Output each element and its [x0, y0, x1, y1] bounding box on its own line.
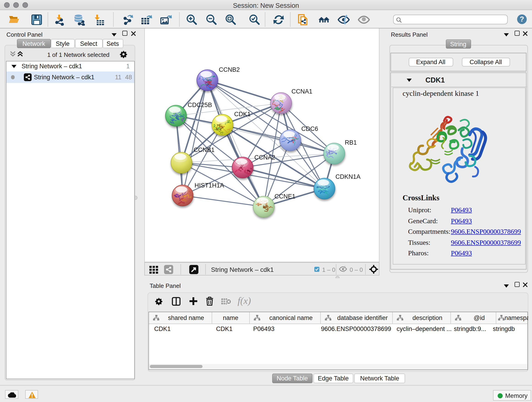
- svg-text:RB1: RB1: [345, 139, 357, 146]
- svg-text:CDKN1A: CDKN1A: [336, 173, 361, 180]
- svg-text:?: ?: [520, 15, 524, 23]
- svg-text:CCNA1: CCNA1: [291, 88, 312, 95]
- svg-text:CDC25B: CDC25B: [188, 102, 212, 108]
- svg-text:HIST1H1A: HIST1H1A: [195, 182, 224, 189]
- svg-text:CDC6: CDC6: [301, 125, 318, 132]
- svg-text:CCNB1: CCNB1: [194, 147, 215, 153]
- svg-text:CCNE1: CCNE1: [274, 193, 296, 200]
- svg-text:CDK1: CDK1: [234, 111, 251, 118]
- svg-text:CCNB2: CCNB2: [219, 66, 240, 73]
- svg-text:CCNA2: CCNA2: [254, 154, 275, 161]
